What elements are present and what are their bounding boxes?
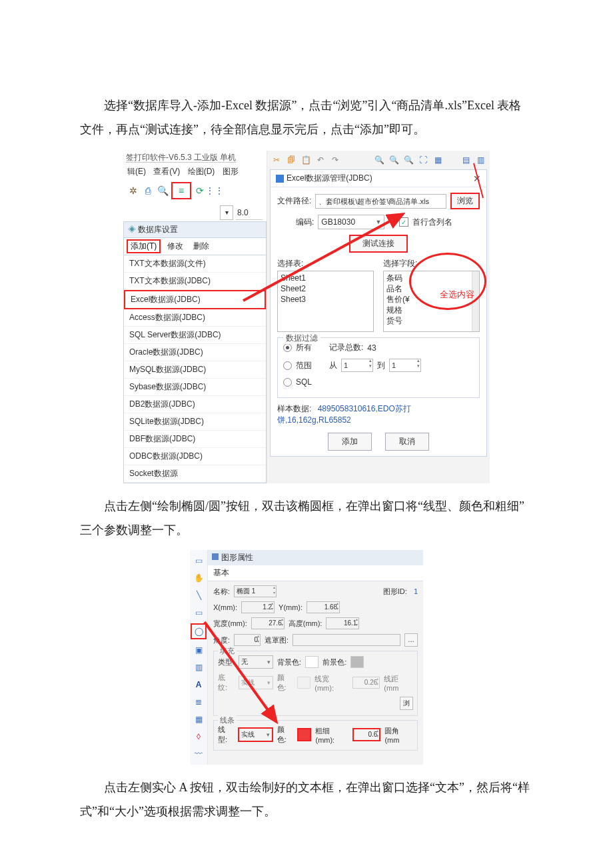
scrollbar[interactable] <box>472 271 479 331</box>
ds-item-oracle[interactable]: Oracle数据源(JDBC) <box>124 344 266 361</box>
table-item[interactable]: Sheet3 <box>281 294 370 305</box>
ds-item-dbf[interactable]: DBF数据源(JDBC) <box>124 431 266 448</box>
preview-icon[interactable]: 🔍 <box>157 185 169 197</box>
menu-edit[interactable]: 辑(E) <box>127 167 146 176</box>
angle-input[interactable]: 0 <box>234 634 261 646</box>
to-input[interactable]: 1 <box>389 359 421 372</box>
text-icon[interactable]: A <box>192 678 205 691</box>
x-input[interactable]: 1.2 <box>241 601 275 613</box>
grid-toggle-icon[interactable]: ▦ <box>432 155 443 165</box>
ds-item-excel-jdbc[interactable]: Excel数据源(JDBC) <box>124 290 266 309</box>
table-item[interactable]: Sheet2 <box>281 283 370 294</box>
grid-icon[interactable]: ⋮⋮ <box>209 185 221 197</box>
ds-item-mysql[interactable]: MySQL数据源(JDBC) <box>124 361 266 379</box>
ds-item-db2[interactable]: DB2数据源(JDBC) <box>124 396 266 413</box>
select-field-label: 选择字段: <box>383 258 480 269</box>
path-input[interactable]: 、套印模板\超市价签\商品清单.xls <box>315 194 446 209</box>
zoom-dropdown[interactable]: ▾ <box>220 205 233 220</box>
table-item[interactable]: Sheet1 <box>281 273 370 283</box>
database-icon[interactable]: ≡ <box>171 182 191 199</box>
menu-draw[interactable]: 绘图(D) <box>188 167 215 176</box>
rect-icon[interactable]: ▭ <box>192 606 205 619</box>
linewidth-input[interactable]: 0.26 <box>352 677 380 689</box>
field-listbox[interactable]: 条码 品名 售价(¥ 规格 货号 <box>383 271 480 332</box>
rounded-icon[interactable]: ◊ <box>192 730 205 743</box>
height-input[interactable]: 16.1 <box>326 617 359 629</box>
field-item[interactable]: 规格 <box>386 305 476 315</box>
cut-icon[interactable]: ✂ <box>271 155 282 165</box>
field-item[interactable]: 货号 <box>386 315 476 326</box>
ds-item-odbc[interactable]: ODBC数据源(JDBC) <box>124 448 266 465</box>
linetype-label: 线型: <box>218 725 234 745</box>
paste-icon[interactable]: 📋 <box>301 155 311 165</box>
radio-all[interactable] <box>283 343 292 352</box>
curve-icon[interactable]: 〰 <box>192 747 205 761</box>
first-row-checkbox[interactable]: ✓ <box>399 217 408 227</box>
image-icon[interactable]: ▣ <box>192 643 205 657</box>
ds-item-sybase[interactable]: Sybase数据源(JDBC) <box>124 379 266 396</box>
table-listbox[interactable]: Sheet1 Sheet2 Sheet3 <box>277 271 374 332</box>
thickness-input[interactable]: 0.6 <box>352 728 381 741</box>
zoom-in-icon[interactable]: 🔍 <box>374 155 384 165</box>
fill-type-select[interactable]: 无 <box>239 655 273 669</box>
add-datasource-button[interactable]: 添加(T) <box>127 239 161 253</box>
linetype-select[interactable]: 实线 <box>238 727 273 742</box>
bgcolor-swatch[interactable] <box>305 656 318 668</box>
undo-icon[interactable]: ↶ <box>315 155 326 165</box>
ds-item-socket[interactable]: Socket数据源 <box>124 465 266 483</box>
modify-button[interactable]: 修改 <box>163 241 187 252</box>
ellipse-icon[interactable]: ◯ <box>191 623 207 639</box>
tab-basic[interactable]: 基本 <box>208 565 423 581</box>
copy-icon[interactable]: 🗐 <box>286 155 297 165</box>
fgcolor-swatch[interactable] <box>350 656 364 668</box>
delete-button[interactable]: 删除 <box>189 241 213 252</box>
mask-browse-button[interactable]: … <box>404 633 418 647</box>
radio-sql[interactable] <box>283 378 292 387</box>
width-input[interactable]: 27.6 <box>251 617 285 629</box>
ds-item-access[interactable]: Access数据源(JDBC) <box>124 309 266 327</box>
fill-group-title: 填充 <box>218 646 237 656</box>
fullscreen-icon[interactable]: ⛶ <box>418 155 428 165</box>
datasource-type-list[interactable]: TXT文本数据源(文件) TXT文本数据源(JDBC) Excel数据源(JDB… <box>123 255 267 483</box>
zoom-fit-icon[interactable]: 🔍 <box>403 155 414 165</box>
gear-icon[interactable]: ✲ <box>127 185 139 197</box>
richtext-icon[interactable]: ≣ <box>192 695 205 709</box>
menubar[interactable]: 辑(E) 查看(V) 绘图(D) 图形 <box>123 166 267 180</box>
redo-icon[interactable]: ↷ <box>330 155 340 165</box>
pointer-icon[interactable]: ▭ <box>192 554 205 567</box>
linecolor-swatch[interactable] <box>297 728 311 741</box>
encoding-select[interactable]: GB18030 <box>318 215 384 229</box>
layer-icon[interactable]: ▤ <box>460 155 471 165</box>
line-icon[interactable]: ╲ <box>192 589 205 602</box>
radio-range[interactable] <box>283 361 292 370</box>
print-icon[interactable]: ⎙ <box>142 185 154 197</box>
menu-shape[interactable]: 图形 <box>223 167 239 176</box>
panel-title: 图形属性 <box>208 550 423 565</box>
test-connection-button[interactable]: 测试连接 <box>349 235 408 253</box>
hand-icon[interactable]: ✋ <box>192 571 205 585</box>
from-input[interactable]: 1 <box>341 359 373 372</box>
sync-icon[interactable]: ⟳ <box>194 185 206 197</box>
hatch-select[interactable]: 实线 <box>239 676 273 689</box>
y-label: Y(mm): <box>279 603 303 611</box>
zoom-value[interactable]: 8.0 <box>236 206 263 220</box>
ds-item-txt-jdbc[interactable]: TXT文本数据源(JDBC) <box>124 273 266 290</box>
zoom-out-icon[interactable]: 🔍 <box>388 155 399 165</box>
name-input[interactable]: 椭圆 1 <box>234 585 277 597</box>
field-item[interactable]: 条码 <box>386 273 476 283</box>
add-button[interactable]: 添加 <box>328 433 372 451</box>
table-icon[interactable]: ▦ <box>192 713 205 726</box>
browse-button[interactable]: 浏览 <box>450 193 480 209</box>
ds-item-sqlserver[interactable]: SQL Server数据源(JDBC) <box>124 327 266 344</box>
barcode-icon[interactable]: ▥ <box>192 661 205 674</box>
ds-item-txt-file[interactable]: TXT文本数据源(文件) <box>124 255 266 273</box>
hatch-browse-button[interactable]: 浏 <box>400 697 413 710</box>
ds-item-sqlite[interactable]: SQLite数据源(JDBC) <box>124 413 266 431</box>
y-input[interactable]: 1.68 <box>306 601 340 613</box>
hatch-color-label: 颜色: <box>277 673 294 693</box>
cancel-button[interactable]: 取消 <box>385 433 429 451</box>
layer2-icon[interactable]: ▥ <box>475 155 486 165</box>
menu-view[interactable]: 查看(V) <box>153 167 180 176</box>
hatch-color-swatch[interactable] <box>297 677 310 689</box>
mask-input[interactable] <box>293 634 400 646</box>
